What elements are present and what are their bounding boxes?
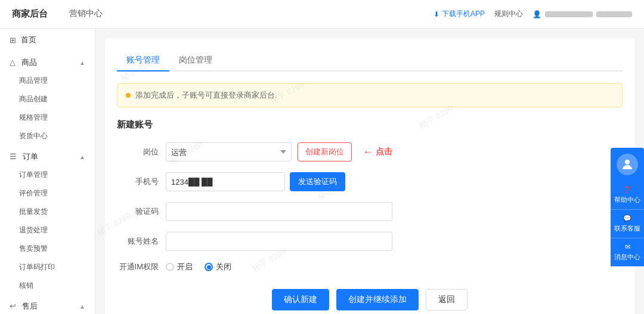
user-info: 👤 bbox=[532, 10, 632, 18]
sidebar-section-header-orders[interactable]: ☰ 订单 ▲ bbox=[0, 145, 95, 166]
annotation: ← 点击 bbox=[363, 146, 392, 158]
main-card: 账号管理 岗位管理 添加完成后，子账号可直接登录商家后台. 新建账号 岗位 运营 bbox=[105, 38, 634, 314]
float-avatar-button[interactable] bbox=[611, 148, 644, 181]
account-name-control bbox=[166, 232, 392, 251]
create-continue-button[interactable]: 创建并继续添加 bbox=[336, 289, 419, 310]
radio-circle-open bbox=[166, 263, 174, 271]
form-row-im: 开通IM权限 开启 关闭 bbox=[117, 262, 623, 272]
sidebar-home-label: 首页 bbox=[21, 35, 36, 45]
create-position-button[interactable]: 创建新岗位 bbox=[298, 142, 352, 161]
sidebar-item-sale-warn[interactable]: 售卖预警 bbox=[0, 240, 95, 258]
user-dots bbox=[545, 11, 593, 17]
im-radio-close[interactable]: 关闭 bbox=[205, 262, 231, 272]
position-select-wrap: 运营 创建新岗位 ← 点击 bbox=[166, 142, 392, 161]
account-name-label: 账号姓名 bbox=[117, 236, 159, 247]
products-label: 商品 bbox=[21, 58, 37, 67]
card-tabs: 账号管理 岗位管理 bbox=[117, 50, 623, 71]
help-icon: ❓ bbox=[623, 186, 631, 194]
float-message-btn[interactable]: ✉ 消息中心 bbox=[611, 238, 644, 266]
phone-control: 发送验证码 bbox=[166, 172, 392, 191]
im-control: 开启 关闭 bbox=[166, 262, 392, 272]
account-name-input[interactable] bbox=[166, 232, 392, 251]
aftersale-icon: ↩ bbox=[10, 301, 16, 310]
contact-label: 联系客服 bbox=[614, 224, 640, 233]
back-button[interactable]: 返回 bbox=[426, 289, 467, 310]
user-dots2 bbox=[596, 11, 632, 17]
aftersale-label: 售后 bbox=[22, 301, 38, 310]
tab-position-mgmt[interactable]: 岗位管理 bbox=[169, 50, 222, 71]
float-help-btn[interactable]: ❓ 帮助中心 bbox=[611, 181, 644, 209]
rules-center-link[interactable]: 规则中心 bbox=[494, 9, 523, 19]
send-code-button[interactable]: 发送验证码 bbox=[290, 172, 345, 191]
sidebar-item-review-mgmt[interactable]: 评价管理 bbox=[0, 184, 95, 203]
orders-label: 订单 bbox=[23, 152, 38, 161]
position-label: 岗位 bbox=[117, 147, 159, 157]
sidebar-item-product-mgmt[interactable]: 商品管理 bbox=[0, 71, 95, 90]
sidebar-item-checkout[interactable]: 核销 bbox=[0, 276, 95, 295]
tab-account-mgmt[interactable]: 账号管理 bbox=[117, 50, 169, 71]
chevron-down-icon: ▲ bbox=[79, 60, 85, 66]
position-control: 运营 创建新岗位 ← 点击 bbox=[166, 142, 392, 161]
float-contact-btn[interactable]: 💬 联系客服 bbox=[611, 209, 644, 238]
download-icon: ⬇ bbox=[434, 10, 439, 18]
form-row-verify-code: 验证码 bbox=[117, 202, 623, 221]
top-header: 商家后台 营销中心 ⬇ 下载手机APP 规则中心 👤 bbox=[0, 0, 644, 29]
phone-label: 手机号 bbox=[117, 176, 159, 187]
sidebar-item-order-mgmt[interactable]: 订单管理 bbox=[0, 166, 95, 184]
message-label: 消息中心 bbox=[614, 253, 640, 262]
annotation-text: 点击 bbox=[376, 147, 392, 157]
right-float-panel: ❓ 帮助中心 💬 联系客服 ✉ 消息中心 bbox=[611, 148, 644, 266]
contact-icon: 💬 bbox=[623, 214, 631, 222]
notice-dot-icon bbox=[126, 93, 131, 98]
notice-bar: 添加完成后，子账号可直接登录商家后台. bbox=[117, 83, 623, 107]
phone-row: 发送验证码 bbox=[166, 172, 392, 191]
sidebar-item-home[interactable]: ⊞ 首页 bbox=[0, 29, 95, 51]
download-app-link[interactable]: ⬇ 下载手机APP bbox=[434, 9, 485, 19]
im-radio-group: 开启 关闭 bbox=[166, 262, 392, 272]
chevron-down-icon-orders: ▲ bbox=[79, 154, 85, 160]
notice-text: 添加完成后，子账号可直接登录商家后台. bbox=[135, 90, 277, 101]
form-row-account-name: 账号姓名 bbox=[117, 232, 623, 251]
sidebar-item-bulk-ship[interactable]: 批量发货 bbox=[0, 203, 95, 221]
im-radio-open[interactable]: 开启 bbox=[166, 262, 193, 272]
sidebar-section-header-products[interactable]: △ 商品 ▲ bbox=[0, 51, 95, 71]
action-buttons: 确认新建 创建并继续添加 返回 bbox=[117, 289, 623, 310]
sidebar-section-header-aftersale[interactable]: ↩ 售后 ▲ bbox=[0, 295, 95, 314]
form-row-phone: 手机号 发送验证码 bbox=[117, 172, 623, 191]
orders-icon: ☰ bbox=[10, 152, 17, 161]
form-row-position: 岗位 运营 创建新岗位 ← 点击 bbox=[117, 142, 623, 161]
im-open-label: 开启 bbox=[177, 262, 193, 272]
sidebar-item-return[interactable]: 退货处理 bbox=[0, 221, 95, 240]
nav-tab-marketing[interactable]: 营销中心 bbox=[62, 0, 110, 29]
verify-code-control bbox=[166, 202, 392, 221]
float-avatar-icon bbox=[617, 154, 638, 175]
main-layout: ⊞ 首页 △ 商品 ▲ 商品管理 商品创建 规格管理 资质中心 ☰ 订单 bbox=[0, 29, 644, 314]
radio-circle-close bbox=[205, 263, 213, 271]
content-area: 账号管理 岗位管理 添加完成后，子账号可直接登录商家后台. 新建账号 岗位 运营 bbox=[95, 29, 644, 314]
arrow-left-icon: ← bbox=[363, 146, 373, 158]
help-label: 帮助中心 bbox=[614, 195, 640, 204]
sidebar-item-order-print[interactable]: 订单码打印 bbox=[0, 258, 95, 276]
sidebar-section-products: △ 商品 ▲ 商品管理 商品创建 规格管理 资质中心 bbox=[0, 51, 95, 145]
sidebar: ⊞ 首页 △ 商品 ▲ 商品管理 商品创建 规格管理 资质中心 ☰ 订单 bbox=[0, 29, 95, 314]
verify-code-input[interactable] bbox=[166, 202, 392, 221]
sidebar-section-aftersale: ↩ 售后 ▲ 未发货退款 已发货售后 客服电话设置 服务请求 极速退款助手 bbox=[0, 295, 95, 314]
im-label: 开通IM权限 bbox=[117, 262, 159, 272]
confirm-create-button[interactable]: 确认新建 bbox=[272, 289, 329, 310]
header-actions: ⬇ 下载手机APP 规则中心 👤 bbox=[434, 9, 632, 19]
im-close-label: 关闭 bbox=[216, 262, 231, 272]
svg-point-0 bbox=[625, 160, 630, 164]
user-icon: 👤 bbox=[532, 10, 541, 18]
sidebar-section-orders: ☰ 订单 ▲ 订单管理 评价管理 批量发货 退货处理 售卖预警 订单码打印 核销 bbox=[0, 145, 95, 295]
phone-input-wrap bbox=[166, 172, 285, 191]
phone-input[interactable] bbox=[166, 172, 285, 191]
message-icon: ✉ bbox=[625, 243, 630, 251]
sidebar-item-spec-mgmt[interactable]: 规格管理 bbox=[0, 108, 95, 127]
products-icon: △ bbox=[10, 58, 16, 67]
home-icon: ⊞ bbox=[10, 36, 16, 45]
sidebar-item-resource-center[interactable]: 资质中心 bbox=[0, 127, 95, 145]
position-select[interactable]: 运营 bbox=[166, 142, 292, 161]
sidebar-item-product-create[interactable]: 商品创建 bbox=[0, 90, 95, 108]
verify-code-label: 验证码 bbox=[117, 206, 159, 217]
chevron-down-icon-aftersale: ▲ bbox=[79, 303, 85, 310]
